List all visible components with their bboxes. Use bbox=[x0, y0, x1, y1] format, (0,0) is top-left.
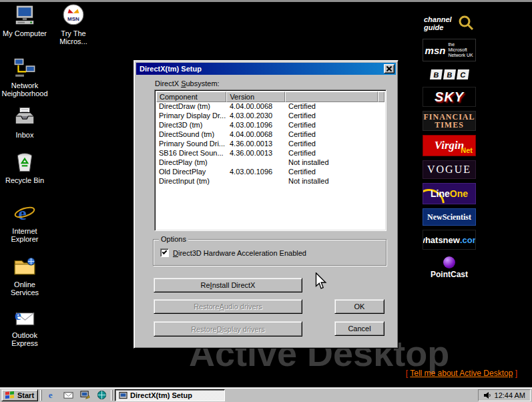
cell-version: 4.04.00.0068 bbox=[227, 130, 286, 140]
channel-tile-msn-uk[interactable]: msn the Microsoft Network UK bbox=[423, 39, 476, 61]
table-row[interactable]: Primary Display Dr... 4.03.00.2030 Certi… bbox=[156, 112, 384, 121]
cell-version bbox=[227, 158, 286, 168]
ok-button[interactable]: OK bbox=[334, 299, 384, 314]
restore-display-drivers-button: Restore Display drivers bbox=[154, 321, 302, 337]
quicklaunch-channels-icon[interactable] bbox=[94, 389, 109, 401]
clock[interactable]: 12:44 AM bbox=[495, 391, 525, 399]
column-header-filler bbox=[378, 91, 384, 102]
cancel-button[interactable]: Cancel bbox=[334, 321, 384, 336]
magnifier-icon bbox=[457, 15, 475, 32]
channel-tile-whatsnew[interactable]: whatsnew .com bbox=[423, 230, 476, 250]
desktop-icon-msn-setup[interactable]: MSN Try The Micros... bbox=[49, 4, 97, 45]
ft-line2: TIMES bbox=[435, 121, 464, 129]
table-row[interactable]: Old DirectPlay 4.03.00.1096 Certified bbox=[156, 168, 384, 177]
start-button[interactable]: Start bbox=[1, 389, 38, 401]
desktop-icon-online-services[interactable]: Online Services bbox=[0, 255, 49, 296]
channel-bar: channel guide msn the Microsoft Network … bbox=[423, 12, 476, 282]
svg-text:e: e bbox=[18, 203, 26, 224]
cell-component: Direct3D (tm) bbox=[156, 121, 227, 130]
cell-version: 4.03.00.1096 bbox=[227, 121, 286, 130]
desktop-icon-my-computer[interactable]: My Computer bbox=[0, 4, 49, 37]
table-row[interactable]: DirectInput (tm) Not installed bbox=[156, 177, 384, 186]
virgin-logo: Virgin bbox=[435, 139, 464, 152]
d3d-acceleration-checkbox[interactable] bbox=[160, 248, 169, 257]
channel-tile-vogue[interactable]: VOGUE bbox=[423, 160, 476, 179]
channel-tile-channel-guide[interactable]: channel guide bbox=[423, 12, 476, 35]
checkmark-icon bbox=[162, 249, 168, 254]
volume-icon[interactable] bbox=[483, 391, 491, 399]
channel-tile-sky[interactable]: SKY bbox=[423, 87, 476, 107]
taskbar-task-directx-setup[interactable]: DirectX(tm) Setup bbox=[115, 389, 225, 401]
channel-tile-new-scientist[interactable]: NewScientist bbox=[423, 208, 476, 226]
quicklaunch-internet-explorer-icon[interactable]: e bbox=[44, 389, 59, 401]
msn-uk-label: the Microsoft Network UK bbox=[448, 42, 473, 58]
quicklaunch-outlook-express-icon[interactable] bbox=[61, 389, 75, 401]
cell-status: Certified bbox=[286, 130, 379, 140]
cell-status: Certified bbox=[286, 140, 379, 149]
desktop: Active Desktop My Computer MSN Try The M… bbox=[0, 0, 532, 402]
desktop-icon-label: Try The Micros... bbox=[49, 29, 97, 45]
cell-component: DirectInput (tm) bbox=[156, 177, 227, 186]
desktop-icon-inbox[interactable]: Inbox bbox=[0, 106, 49, 139]
options-group-label: Options bbox=[159, 235, 188, 243]
msn-logo: msn bbox=[425, 45, 446, 56]
desktop-icon-label: Outlook Express bbox=[0, 331, 49, 347]
cell-component: DirectPlay (tm) bbox=[156, 158, 227, 168]
virgin-net-label: Net bbox=[461, 146, 473, 154]
desktop-icon-internet-explorer[interactable]: e Internet Explorer bbox=[0, 202, 49, 243]
bbc-letter: B bbox=[429, 69, 442, 79]
desktop-icon-network-neighborhood[interactable]: Network Neighborhood bbox=[0, 56, 49, 97]
table-row[interactable]: DirectDraw (tm) 4.04.00.0068 Certified bbox=[156, 102, 384, 112]
table-row[interactable]: Direct3D (tm) 4.03.00.1096 Certified bbox=[156, 121, 384, 130]
d3d-acceleration-label: Direct3D Hardware Acceleration Enabled bbox=[173, 249, 306, 257]
dialog-titlebar[interactable]: DirectX(tm) Setup bbox=[136, 63, 396, 75]
table-row[interactable]: DirectSound (tm) 4.04.00.0068 Certified bbox=[156, 130, 384, 140]
reinstall-directx-button[interactable]: ReInstall DirectX bbox=[154, 278, 302, 292]
taskbar: Start e DirectX(tm) Setup 1 bbox=[0, 387, 532, 402]
channel-tile-lineone[interactable]: Line One bbox=[423, 183, 476, 204]
online-services-folder-icon bbox=[13, 255, 36, 278]
cell-version bbox=[227, 177, 286, 186]
whatsnew-label-1: whatsnew bbox=[423, 235, 460, 245]
subsystem-label: DirectX Subsystem: bbox=[155, 79, 220, 87]
whatsnew-label-2: .com bbox=[460, 235, 476, 245]
screen-top-edge bbox=[0, 0, 532, 2]
system-tray: 12:44 AM bbox=[478, 389, 531, 401]
cell-status: Not installed bbox=[286, 177, 379, 186]
channel-tile-pointcast[interactable]: PointCast bbox=[423, 254, 476, 282]
column-header-status[interactable] bbox=[285, 91, 378, 102]
cell-component: Old DirectPlay bbox=[156, 168, 227, 177]
desktop-icon-outlook-express[interactable]: e Outlook Express bbox=[0, 306, 49, 347]
cell-status: Certified bbox=[286, 149, 379, 158]
cell-version: 4.36.00.0013 bbox=[227, 149, 286, 158]
dialog-title: DirectX(tm) Setup bbox=[140, 65, 384, 73]
channel-tile-financial-times[interactable]: FINANCIAL TIMES bbox=[423, 111, 476, 131]
desktop-icon-recycle-bin[interactable]: Recycle Bin bbox=[0, 151, 49, 184]
column-header-version[interactable]: Version bbox=[226, 91, 284, 102]
taskbar-separator bbox=[40, 390, 42, 401]
table-row[interactable]: DirectPlay (tm) Not installed bbox=[156, 158, 384, 168]
table-row[interactable]: SB16 Direct Soun... 4.36.00.0013 Certifi… bbox=[156, 149, 384, 158]
cell-version: 4.36.00.0013 bbox=[227, 140, 286, 149]
bbc-letter: B bbox=[443, 69, 455, 79]
channel-tile-bbc[interactable]: B B C bbox=[423, 65, 476, 83]
quicklaunch-show-desktop-icon[interactable] bbox=[77, 389, 92, 401]
close-button[interactable] bbox=[384, 64, 394, 73]
component-list: Component Version DirectDraw (tm) 4.04.0… bbox=[154, 89, 386, 231]
channel-tile-virgin-net[interactable]: Virgin Net bbox=[423, 135, 476, 156]
tell-me-about-active-desktop-link[interactable]: [ Tell me about Active Desktop ] bbox=[406, 369, 517, 378]
column-header-component[interactable]: Component bbox=[156, 91, 226, 102]
outlook-express-icon: e bbox=[13, 306, 36, 329]
pointcast-sphere-icon bbox=[443, 256, 455, 268]
start-label: Start bbox=[17, 391, 34, 399]
cell-component: Primary Sound Dri... bbox=[156, 140, 227, 149]
msn-icon: MSN bbox=[62, 4, 85, 27]
cell-version: 4.04.00.0068 bbox=[227, 102, 286, 112]
msn-icon-text: MSN bbox=[67, 16, 79, 22]
inbox-icon bbox=[13, 106, 36, 128]
link-text: Tell me about Active Desktop bbox=[410, 369, 513, 378]
cell-component: DirectSound (tm) bbox=[156, 130, 227, 140]
channel-guide-label: channel guide bbox=[424, 15, 456, 31]
sky-logo: SKY bbox=[435, 89, 464, 105]
table-row[interactable]: Primary Sound Dri... 4.36.00.0013 Certif… bbox=[156, 140, 384, 149]
